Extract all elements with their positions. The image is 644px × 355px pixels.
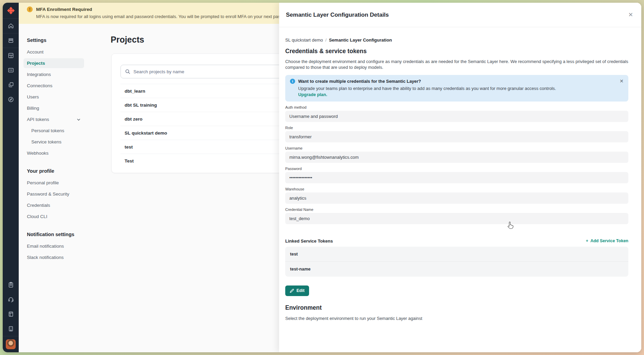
banner-title: MFA Enrollment Required bbox=[36, 7, 92, 12]
settings-nav: Settings Account Projects Integrations C… bbox=[19, 24, 88, 264]
deploy-jobs-icon[interactable] bbox=[3, 33, 19, 48]
environment-section-title: Environment bbox=[285, 304, 628, 311]
sidebar-item-integrations[interactable]: Integrations bbox=[23, 70, 84, 79]
warehouse-label: Warehouse bbox=[285, 187, 628, 191]
dbt-logo-icon bbox=[6, 6, 15, 15]
info-icon: i bbox=[290, 79, 295, 84]
sidebar-item-billing[interactable]: Billing bbox=[23, 103, 84, 113]
dbt-logo[interactable] bbox=[3, 3, 19, 19]
dashboard-icon[interactable] bbox=[3, 48, 19, 63]
app-window: ! MFA Enrollment Required MFA is now req… bbox=[3, 3, 641, 352]
upgrade-info-box: i Want to create multiple credentials fo… bbox=[285, 75, 628, 102]
password-field[interactable]: ••••••••••••••• bbox=[285, 172, 628, 183]
search-icon bbox=[125, 69, 130, 74]
linked-tokens-title: Linked Service Tokens bbox=[285, 238, 333, 244]
password-label: Password bbox=[285, 167, 628, 171]
sidebar bbox=[3, 3, 19, 352]
your-profile-heading: Your profile bbox=[27, 168, 88, 174]
environment-description: Select the deployment environment to run… bbox=[285, 316, 628, 321]
explore-compass-icon[interactable] bbox=[3, 92, 19, 107]
token-row[interactable]: test-name bbox=[285, 262, 628, 277]
plus-icon: + bbox=[586, 238, 588, 243]
user-avatar[interactable] bbox=[6, 339, 16, 349]
role-field[interactable]: transformer bbox=[285, 131, 628, 142]
sidebar-item-service-tokens[interactable]: Service tokens bbox=[23, 137, 84, 147]
panel-body: SL quickstart demo / Semantic Layer Conf… bbox=[279, 27, 641, 321]
panel-header: Semantic Layer Configuration Details ✕ bbox=[279, 3, 641, 27]
semantic-layer-panel: Semantic Layer Configuration Details ✕ S… bbox=[279, 3, 641, 352]
pencil-icon bbox=[290, 289, 294, 293]
info-close-icon[interactable]: ✕ bbox=[619, 78, 624, 84]
breadcrumb: SL quickstart demo / Semantic Layer Conf… bbox=[285, 37, 628, 43]
docs-changelog-icon[interactable] bbox=[3, 307, 19, 321]
credential-name-label: Credential Name bbox=[285, 207, 628, 212]
organization-icon[interactable] bbox=[3, 321, 19, 336]
sidebar-item-projects[interactable]: Projects bbox=[23, 58, 84, 68]
breadcrumb-project[interactable]: SL quickstart demo bbox=[285, 37, 323, 43]
notes-clipboard-icon[interactable] bbox=[3, 277, 19, 292]
sidebar-item-cloud-cli[interactable]: Cloud CLI bbox=[23, 212, 84, 221]
username-label: Username bbox=[285, 146, 628, 150]
sidebar-item-email-notifications[interactable]: Email notifications bbox=[23, 241, 84, 251]
sidebar-item-credentials[interactable]: Credentials bbox=[23, 200, 84, 210]
chevron-down-icon bbox=[77, 118, 81, 122]
sidebar-item-webhooks[interactable]: Webhooks bbox=[23, 148, 84, 158]
credentials-section-title: Credentials & service tokens bbox=[285, 48, 628, 55]
sidebar-item-password-security[interactable]: Password & Security bbox=[23, 189, 84, 199]
add-service-token-button[interactable]: + Add Service Token bbox=[586, 238, 628, 243]
desktop-background: ! MFA Enrollment Required MFA is now req… bbox=[0, 0, 644, 355]
notification-settings-heading: Notification settings bbox=[27, 232, 88, 237]
info-box-title: Want to create multiple credentials for … bbox=[298, 79, 421, 84]
avatar-container bbox=[3, 336, 19, 352]
warning-icon: ! bbox=[27, 6, 33, 12]
token-row[interactable]: test bbox=[285, 247, 628, 262]
ide-code-icon[interactable] bbox=[3, 63, 19, 77]
sidebar-item-personal-profile[interactable]: Personal profile bbox=[23, 178, 84, 188]
info-box-body: Upgrade your teams plan to enterprise an… bbox=[298, 86, 624, 91]
content-area: ! MFA Enrollment Required MFA is now req… bbox=[19, 3, 641, 352]
close-icon[interactable]: ✕ bbox=[628, 12, 633, 18]
credentials-section-description: Choose the deployment environment and co… bbox=[285, 59, 628, 71]
auth-method-label: Auth method bbox=[285, 105, 628, 109]
linked-tokens-list: test test-name bbox=[285, 247, 628, 277]
credential-name-field[interactable]: test_demo bbox=[285, 213, 628, 224]
breadcrumb-separator: / bbox=[325, 37, 327, 43]
auth-method-field[interactable]: Username and password bbox=[285, 111, 628, 122]
breadcrumb-current: Semantic Layer Configuration bbox=[329, 37, 392, 43]
settings-nav-heading: Settings bbox=[27, 37, 88, 43]
sidebar-item-slack-notifications[interactable]: Slack notifications bbox=[23, 252, 84, 262]
home-icon[interactable] bbox=[3, 19, 19, 33]
role-label: Role bbox=[285, 126, 628, 130]
sidebar-spacer bbox=[3, 107, 19, 277]
support-headset-icon[interactable] bbox=[3, 292, 19, 307]
username-field[interactable]: mirna.wong@fishtownanalytics.com bbox=[285, 152, 628, 163]
edit-button[interactable]: Edit bbox=[285, 285, 309, 296]
sidebar-item-api-tokens[interactable]: API tokens bbox=[23, 114, 84, 124]
warehouse-field[interactable]: analytics bbox=[285, 192, 628, 204]
sidebar-item-personal-tokens[interactable]: Personal tokens bbox=[23, 126, 84, 136]
linked-tokens-header: Linked Service Tokens + Add Service Toke… bbox=[285, 238, 628, 244]
panel-title: Semantic Layer Configuration Details bbox=[286, 12, 389, 18]
sidebar-item-account[interactable]: Account bbox=[23, 47, 84, 57]
sidebar-item-users[interactable]: Users bbox=[23, 92, 84, 102]
upgrade-plan-link[interactable]: Upgrade plan. bbox=[298, 92, 327, 97]
sidebar-item-connections[interactable]: Connections bbox=[23, 81, 84, 91]
projects-branch-icon[interactable] bbox=[3, 77, 19, 92]
